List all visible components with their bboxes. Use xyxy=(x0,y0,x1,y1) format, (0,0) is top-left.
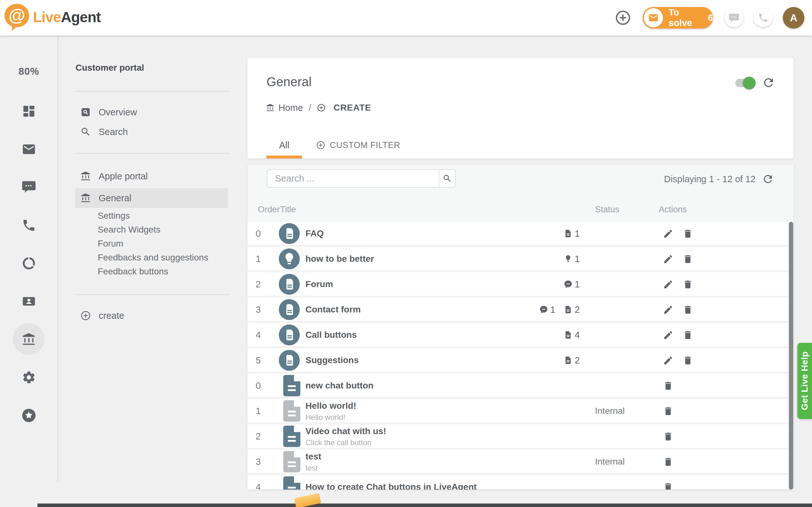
to-solve-count: 6 xyxy=(708,13,713,23)
search-button[interactable] xyxy=(439,169,456,187)
delete-button[interactable] xyxy=(662,481,674,490)
completion-percent: 80% xyxy=(0,66,58,77)
settings-icon[interactable] xyxy=(21,370,36,385)
delete-button[interactable] xyxy=(682,253,693,265)
refresh-icon[interactable] xyxy=(762,173,774,185)
delete-button[interactable] xyxy=(682,228,693,239)
delete-button[interactable] xyxy=(682,279,693,290)
bulb-count: 1 xyxy=(564,254,580,264)
delete-button[interactable] xyxy=(682,354,693,366)
row-title: Call buttons xyxy=(305,330,485,340)
page-icon xyxy=(274,476,305,490)
displaying-text: Displaying 1 - 12 of 12 xyxy=(664,174,756,184)
table-row[interactable]: 2Video chat with us!Click the call butto… xyxy=(247,425,794,448)
logo-bubble-icon: @ xyxy=(4,4,31,29)
plus-circle-icon xyxy=(316,140,325,150)
liveagent-logo[interactable]: @ LiveAgent xyxy=(4,4,101,29)
sidebar-item-feedbacks-and-suggestions[interactable]: Feedbacks and suggestions xyxy=(98,250,231,265)
brand-text: LiveAgent xyxy=(33,9,101,26)
sidebar-item-overview[interactable]: Overview xyxy=(75,104,228,120)
bank-icon xyxy=(80,171,91,181)
rail-divider-light xyxy=(60,36,60,482)
plus-circle-icon xyxy=(80,310,91,321)
edit-button[interactable] xyxy=(662,279,674,290)
table-row[interactable]: 3testtestInternal xyxy=(247,450,794,473)
doc-count: 2 xyxy=(564,355,580,366)
table-row[interactable]: 0new chat button xyxy=(247,374,794,397)
dashboard-icon[interactable] xyxy=(21,104,36,118)
row-order: 4 xyxy=(247,482,274,490)
table-row[interactable]: 2Forum1 xyxy=(247,273,794,296)
table-row[interactable]: 3Contact form12 xyxy=(247,298,794,321)
reports-icon[interactable] xyxy=(21,256,36,271)
sidebar-item-settings[interactable]: Settings xyxy=(98,209,231,223)
star-icon[interactable] xyxy=(21,408,36,423)
delete-button[interactable] xyxy=(682,329,693,341)
delete-button[interactable] xyxy=(662,380,674,391)
table-row[interactable]: 5Suggestions2 xyxy=(247,349,794,372)
overview-icon xyxy=(80,107,91,118)
portal-enabled-toggle[interactable] xyxy=(735,79,754,87)
table-row[interactable]: 1Hello world!Hello world!Internal xyxy=(247,399,794,423)
sidebar-item-forum[interactable]: Forum xyxy=(98,237,231,250)
get-live-help-tab[interactable]: Get Live Help xyxy=(798,343,812,419)
tab-all[interactable]: All xyxy=(266,132,302,158)
tab-custom-filter[interactable]: CUSTOM FILTER xyxy=(316,132,400,158)
customer-portal-icon[interactable] xyxy=(21,332,36,347)
sidebar-item-feedback-buttons[interactable]: Feedback buttons xyxy=(98,265,231,279)
table-row[interactable]: 0FAQ1 xyxy=(247,222,794,245)
plus-circle-icon xyxy=(317,103,326,112)
row-order: 1 xyxy=(247,254,274,264)
breadcrumb-home[interactable]: Home xyxy=(278,103,303,113)
sidebar-item-create[interactable]: create xyxy=(75,307,228,324)
edit-button[interactable] xyxy=(662,228,674,239)
delete-button[interactable] xyxy=(682,304,693,315)
sidebar-item-search[interactable]: Search xyxy=(75,124,228,140)
chats-button[interactable] xyxy=(724,8,744,27)
page-title: General xyxy=(266,75,311,89)
avatar[interactable]: A xyxy=(783,7,804,29)
edit-button[interactable] xyxy=(662,329,674,341)
row-subtitle: Click the call button xyxy=(305,438,485,447)
sidebar-item-general[interactable]: General xyxy=(75,188,228,208)
add-new-icon[interactable] xyxy=(615,9,631,26)
chat-icon[interactable] xyxy=(21,179,36,194)
edit-button[interactable] xyxy=(662,354,674,366)
calls-button[interactable] xyxy=(754,8,773,27)
doc-circle-icon xyxy=(274,350,305,371)
delete-button[interactable] xyxy=(662,405,674,417)
search-input[interactable] xyxy=(267,169,439,187)
table-row[interactable]: 4How to create Chat buttons in LiveAgent xyxy=(247,475,794,490)
edit-button[interactable] xyxy=(662,304,674,315)
doc-circle-icon xyxy=(274,274,305,295)
row-title: Suggestions xyxy=(305,355,485,366)
active-tab-underline xyxy=(266,156,302,158)
toggle-knob xyxy=(743,77,756,89)
row-status: Internal xyxy=(580,457,653,467)
column-header-status: Status xyxy=(595,205,619,215)
search-icon xyxy=(80,126,91,137)
delete-button[interactable] xyxy=(662,431,674,442)
row-title: Hello world! xyxy=(305,400,485,411)
delete-button[interactable] xyxy=(662,456,674,467)
row-title: Forum xyxy=(305,279,485,290)
row-title: How to create Chat buttons in LiveAgent xyxy=(305,482,485,490)
table-row[interactable]: 1how to be better1 xyxy=(247,247,794,271)
mail-icon[interactable] xyxy=(21,142,36,157)
phone-icon[interactable] xyxy=(21,218,36,233)
breadcrumb-create[interactable]: CREATE xyxy=(334,103,371,113)
edit-button[interactable] xyxy=(662,253,674,265)
vertical-scrollbar[interactable] xyxy=(789,222,793,490)
refresh-icon[interactable] xyxy=(762,76,775,89)
page-gray-icon xyxy=(274,451,305,472)
table-row[interactable]: 4Call buttons4 xyxy=(247,323,794,347)
tab-bar: All CUSTOM FILTER xyxy=(266,132,400,158)
row-title: how to be better xyxy=(305,253,485,264)
icon-rail: 80% xyxy=(0,36,58,507)
row-order: 0 xyxy=(247,228,274,239)
sidebar-item-apple-portal[interactable]: Apple portal xyxy=(75,168,228,184)
sidebar-item-search-widgets[interactable]: Search Widgets xyxy=(98,223,231,237)
to-solve-button[interactable]: To solve 6 xyxy=(643,7,713,29)
row-title: new chat button xyxy=(305,380,485,391)
contacts-icon[interactable] xyxy=(21,294,36,308)
